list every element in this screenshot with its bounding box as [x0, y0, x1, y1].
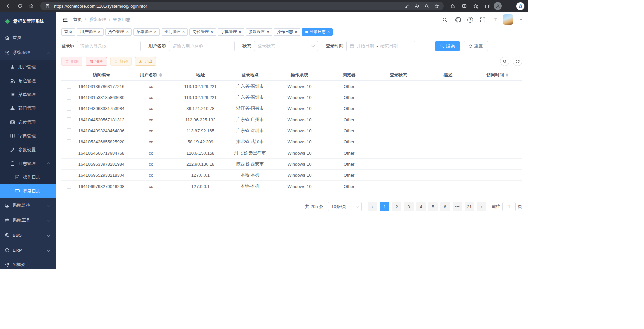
search-button[interactable]: 搜索: [435, 41, 460, 51]
page-button-21[interactable]: 21: [465, 202, 474, 211]
sort-carets-icon[interactable]: [506, 73, 508, 77]
tab-menu-mgmt[interactable]: 菜单管理×: [133, 28, 160, 36]
tab-role-mgmt[interactable]: 角色管理×: [105, 28, 132, 36]
favorites-icon[interactable]: [471, 1, 481, 11]
export-button[interactable]: 导出: [135, 57, 156, 66]
row-checkbox[interactable]: [67, 117, 71, 122]
help-icon[interactable]: [467, 17, 473, 23]
table-row[interactable]: 1641044520567181312 cc 112.96.225.132 广东…: [61, 114, 522, 125]
page-size-select[interactable]: 10条/页: [328, 202, 362, 211]
page-button-2[interactable]: 2: [392, 202, 401, 211]
tab-dept-mgmt[interactable]: 部门管理×: [162, 28, 188, 36]
col-header-user[interactable]: 用户名称: [126, 72, 176, 78]
row-checkbox[interactable]: [67, 106, 71, 111]
row-checkbox[interactable]: [67, 95, 71, 100]
home-icon[interactable]: [26, 1, 36, 11]
row-checkbox[interactable]: [67, 151, 71, 155]
breadcrumb-home[interactable]: 首页: [73, 17, 82, 23]
prev-page-button[interactable]: ‹: [368, 202, 377, 211]
row-checkbox[interactable]: [67, 84, 71, 89]
refresh-icon[interactable]: [15, 1, 25, 11]
unlock-button[interactable]: 解锁: [110, 57, 132, 66]
tab-close-icon[interactable]: ×: [182, 30, 185, 34]
table-row[interactable]: 1641054566717984768 cc 120.6.150.158 河北省…: [61, 147, 522, 159]
delete-button[interactable]: 删除: [61, 57, 82, 66]
tab-login-log[interactable]: 登录日志×: [302, 28, 333, 36]
sidebar-item-dept-mgmt[interactable]: 部门管理: [0, 101, 56, 115]
table-row[interactable]: 1641053426655825920 cc 58.19.42.209 湖北省-…: [61, 136, 522, 147]
sidebar-item-yi-framework[interactable]: Yi框架: [0, 257, 56, 269]
next-page-button[interactable]: ›: [477, 202, 486, 211]
sidebar-item-system-mgmt[interactable]: 系统管理: [0, 45, 56, 60]
sidebar-item-menu-mgmt[interactable]: 菜单管理: [0, 88, 56, 101]
collections-icon[interactable]: [482, 1, 492, 11]
user-name-input[interactable]: [169, 41, 235, 51]
sidebar-item-system-tools[interactable]: 系统工具: [0, 213, 56, 228]
more-menu-icon[interactable]: [503, 1, 513, 11]
sidebar-item-login-log[interactable]: 登录日志: [0, 184, 56, 198]
tab-param-settings[interactable]: 参数设置×: [246, 28, 273, 36]
tab-user-mgmt[interactable]: 用户管理×: [77, 28, 104, 36]
address-bar[interactable]: https://ccnetcore.com:1101/system/log/lo…: [40, 2, 444, 10]
tab-close-icon[interactable]: ×: [267, 30, 270, 34]
sidebar-item-erp[interactable]: ERP: [0, 242, 56, 257]
menu-fold-icon[interactable]: [61, 16, 69, 23]
password-key-icon[interactable]: [403, 2, 410, 10]
row-checkbox[interactable]: [67, 128, 71, 133]
github-icon[interactable]: [454, 16, 462, 23]
browser-profile-avatar[interactable]: [494, 2, 502, 10]
tab-close-icon[interactable]: ×: [295, 30, 297, 34]
page-button-5[interactable]: 5: [428, 202, 438, 211]
more-pages-button[interactable]: •••: [453, 202, 462, 211]
back-icon[interactable]: [3, 1, 13, 11]
col-header-description[interactable]: 描述: [423, 72, 473, 78]
add-favorite-star-icon[interactable]: [433, 2, 440, 10]
row-checkbox[interactable]: [67, 162, 71, 166]
url-text[interactable]: https://ccnetcore.com:1101/system/log/lo…: [54, 4, 400, 9]
tab-oper-log[interactable]: 操作日志×: [274, 28, 300, 36]
sidebar-item-param-settings[interactable]: 参数设置: [0, 143, 56, 157]
sidebar-item-user-mgmt[interactable]: 用户管理: [0, 60, 56, 74]
tab-post-mgmt[interactable]: 岗位管理×: [189, 28, 216, 36]
col-header-location[interactable]: 登录地点: [225, 72, 275, 78]
sidebar-item-home[interactable]: 首页: [0, 30, 56, 45]
goto-page-input[interactable]: [502, 202, 516, 211]
col-header-browser[interactable]: 浏览器: [324, 72, 374, 78]
reset-button[interactable]: 重置: [464, 41, 488, 51]
breadcrumb-system[interactable]: 系统管理: [89, 17, 106, 23]
tab-home[interactable]: 首页: [61, 28, 75, 36]
page-button-6[interactable]: 6: [440, 202, 450, 211]
row-checkbox[interactable]: [67, 184, 71, 189]
col-header-time[interactable]: 访问时间: [473, 72, 522, 78]
page-info-icon[interactable]: [44, 2, 51, 10]
page-button-4[interactable]: 4: [416, 202, 426, 211]
page-button-3[interactable]: 3: [404, 202, 414, 211]
tab-close-icon[interactable]: ×: [239, 30, 241, 34]
login-ip-input[interactable]: [77, 41, 141, 51]
split-screen-icon[interactable]: [459, 1, 469, 11]
tab-close-icon[interactable]: ×: [98, 30, 101, 34]
chevron-down-icon[interactable]: [520, 19, 522, 21]
table-row[interactable]: 1641069798270046208 cc 127.0.0.1 本地-本机 W…: [61, 181, 522, 192]
select-all-checkbox[interactable]: [67, 73, 71, 77]
table-row[interactable]: 1641031533185863680 cc 113.102.129.221 广…: [61, 92, 522, 103]
sidebar-item-oper-log[interactable]: 操作日志: [0, 170, 56, 184]
sidebar-item-system-monitor[interactable]: 系统监控: [0, 198, 56, 213]
table-row[interactable]: 1641043063331753984 cc 39.171.210.78 浙江省…: [61, 103, 522, 114]
col-header-id[interactable]: 访问编号: [77, 72, 126, 78]
status-select[interactable]: 登录状态: [254, 41, 318, 51]
tab-close-icon[interactable]: ×: [327, 30, 330, 34]
col-header-status[interactable]: 登录状态: [374, 72, 423, 78]
table-row[interactable]: 1641031367863177216 cc 113.102.129.221 广…: [61, 81, 522, 92]
table-row[interactable]: 1641044993248464896 cc 113.87.92.165 广东省…: [61, 125, 522, 136]
user-avatar[interactable]: [503, 14, 513, 25]
search-toggle-button[interactable]: [500, 57, 509, 66]
date-range-picker[interactable]: 开始日期 - 结束日期: [346, 41, 415, 51]
search-icon[interactable]: [441, 16, 449, 23]
col-header-os[interactable]: 操作系统: [275, 72, 324, 78]
fullscreen-icon[interactable]: [479, 16, 486, 23]
tab-close-icon[interactable]: ×: [210, 30, 213, 34]
clear-button[interactable]: 清空: [86, 57, 107, 66]
extensions-icon[interactable]: [448, 1, 458, 11]
table-row[interactable]: 1641059633978281984 cc 222.90.130.18 陕西省…: [61, 159, 522, 170]
